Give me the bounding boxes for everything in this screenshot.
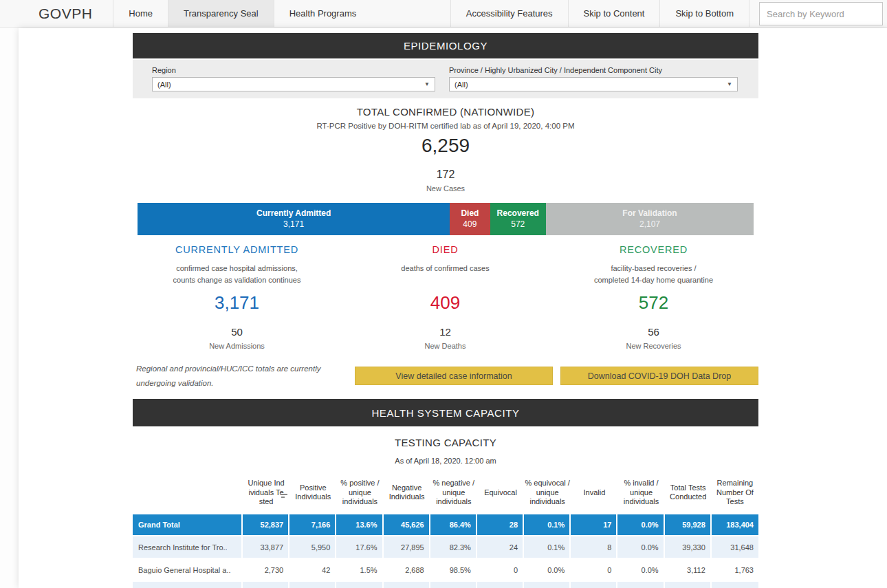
page-content: EPIDEMIOLOGY Region (All) ▼ Province / H… [19, 28, 887, 588]
actions-row: Regional and provincial/HUC/ICC totals a… [133, 362, 758, 390]
currently-admitted-value: 3,171 [133, 292, 341, 314]
table-row-grand-total: Grand Total 52,837 7,166 13.6% 45,626 86… [133, 514, 758, 535]
lab-name-cell[interactable]: Baguio General Hospital a.. [133, 559, 243, 580]
health-system-capacity-banner: HEALTH SYSTEM CAPACITY [133, 399, 758, 426]
column-header-pct-invalid[interactable]: % invalid / unique individuals [617, 477, 664, 508]
died-description: deaths of confirmed cases [341, 263, 549, 286]
covid-dashboard: EPIDEMIOLOGY Region (All) ▼ Province / H… [133, 33, 758, 588]
testing-capacity-table: Unique Individuals Tested Positive Indiv… [133, 470, 758, 588]
province-dropdown-value: (All) [455, 80, 468, 89]
lab-name-cell[interactable]: Vicente Sotto Memorial M.. [133, 582, 243, 588]
province-dropdown[interactable]: (All) ▼ [449, 77, 738, 91]
search-input[interactable] [759, 2, 883, 25]
recovered-column: RECOVERED facility-based recoveries / co… [549, 244, 758, 350]
new-admissions-value: 50 [133, 326, 341, 338]
column-header-pct-positive[interactable]: % positive / unique individuals [336, 477, 383, 508]
died-column: DIED deaths of confirmed cases 409 12 Ne… [341, 244, 549, 350]
recovered-heading: RECOVERED [549, 244, 758, 255]
nav-item-skip-to-bottom[interactable]: Skip to Bottom [659, 0, 749, 27]
region-dropdown-value: (All) [157, 80, 171, 89]
sort-icon[interactable] [281, 494, 287, 499]
total-confirmed-value: 6,259 [133, 135, 758, 157]
new-cases-label: New Cases [133, 184, 758, 193]
chevron-down-icon: ▼ [727, 81, 732, 87]
died-heading: DIED [341, 244, 549, 255]
total-confirmed-subtitle: RT-PCR Positive by DOH-RITM certified la… [133, 122, 758, 130]
lab-name-cell[interactable]: Research Institute for Tro.. [133, 536, 243, 558]
died-value: 409 [341, 292, 549, 314]
column-header-pct-equivocal[interactable]: % equivocal / unique individuals [524, 477, 571, 508]
new-recoveries-value: 56 [549, 326, 758, 338]
filter-bar: Region (All) ▼ Province / Highly Urbaniz… [133, 60, 758, 98]
download-data-drop-button[interactable]: Download COVID-19 DOH Data Drop [560, 367, 758, 385]
region-dropdown[interactable]: (All) ▼ [152, 77, 435, 91]
new-recoveries-label: New Recoveries [549, 342, 758, 350]
testing-capacity-title: TESTING CAPACITY [133, 437, 758, 448]
column-header-invalid[interactable]: Invalid [571, 487, 617, 499]
bar-segment-recovered[interactable]: Recovered 572 [490, 203, 547, 235]
column-header-equivocal[interactable]: Equivocal [477, 487, 524, 499]
currently-admitted-description: confirmed case hospital admissions, coun… [133, 263, 341, 286]
column-header-pct-negative[interactable]: % negative / unique individuals [430, 477, 477, 508]
new-admissions-label: New Admissions [133, 342, 341, 350]
lab-column-header [133, 491, 243, 494]
nav-item-accessibility-features[interactable]: Accessibility Features [450, 0, 568, 27]
nav-spacer [371, 0, 450, 27]
nav-item-skip-to-content[interactable]: Skip to Content [568, 0, 660, 27]
case-detail-columns: CURRENTLY ADMITTED confirmed case hospit… [133, 244, 758, 350]
chevron-down-icon: ▼ [424, 81, 430, 87]
currently-admitted-heading: CURRENTLY ADMITTED [133, 244, 341, 255]
new-deaths-value: 12 [341, 326, 549, 338]
epidemiology-banner: EPIDEMIOLOGY [133, 33, 758, 58]
total-confirmed-title: TOTAL CONFIRMED (NATIONWIDE) [133, 106, 758, 118]
nav-item-transparency-seal[interactable]: Transparency Seal [168, 0, 274, 27]
table-row: Baguio General Hospital a.. 2,730 42 1.5… [133, 559, 758, 580]
testing-as-of-date: As of April 18, 2020. 12:00 am [133, 457, 758, 465]
table-header-row: Unique Individuals Tested Positive Indiv… [133, 470, 758, 514]
view-case-information-button[interactable]: View detailed case information [355, 367, 553, 385]
column-header-total-tests[interactable]: Total Tests Conducted [665, 482, 712, 504]
region-filter-label: Region [152, 66, 435, 74]
case-status-stacked-bar: Currently Admitted 3,171 Died 409 Recove… [138, 203, 754, 235]
table-row: Research Institute for Tro.. 33,877 5,95… [133, 536, 758, 558]
govph-logo[interactable]: GOVPH [0, 0, 113, 27]
recovered-description: facility-based recoveries / completed 14… [549, 263, 758, 286]
province-filter-label: Province / Highly Urbanized City / Indep… [449, 66, 738, 74]
table-row: Vicente Sotto Memorial M.. 2,575 178 6.9… [133, 582, 758, 588]
new-deaths-label: New Deaths [341, 342, 549, 350]
recovered-value: 572 [549, 292, 758, 314]
column-header-positive-individuals[interactable]: Positive Individuals [289, 482, 336, 504]
total-confirmed-block: TOTAL CONFIRMED (NATIONWIDE) RT-PCR Posi… [133, 106, 758, 193]
bar-segment-for-validation[interactable]: For Validation 2,107 [546, 203, 754, 235]
column-header-negative-individuals[interactable]: Negative Individuals [384, 482, 430, 504]
bar-segment-currently-admitted[interactable]: Currently Admitted 3,171 [138, 203, 450, 235]
nav-item-health-programs[interactable]: Health Programs [274, 0, 372, 27]
column-header-unique-individuals-tested[interactable]: Unique Individuals Tested [243, 477, 289, 508]
new-cases-value: 172 [133, 168, 758, 181]
validation-note: Regional and provincial/HUC/ICC totals a… [133, 362, 347, 390]
bar-segment-died[interactable]: Died 409 [450, 203, 490, 235]
column-header-remaining-tests[interactable]: Remaining Number Of Tests [712, 477, 758, 508]
currently-admitted-column: CURRENTLY ADMITTED confirmed case hospit… [133, 244, 341, 350]
nav-item-home[interactable]: Home [113, 0, 168, 27]
top-nav: GOVPH Home Transparency Seal Health Prog… [0, 0, 887, 28]
